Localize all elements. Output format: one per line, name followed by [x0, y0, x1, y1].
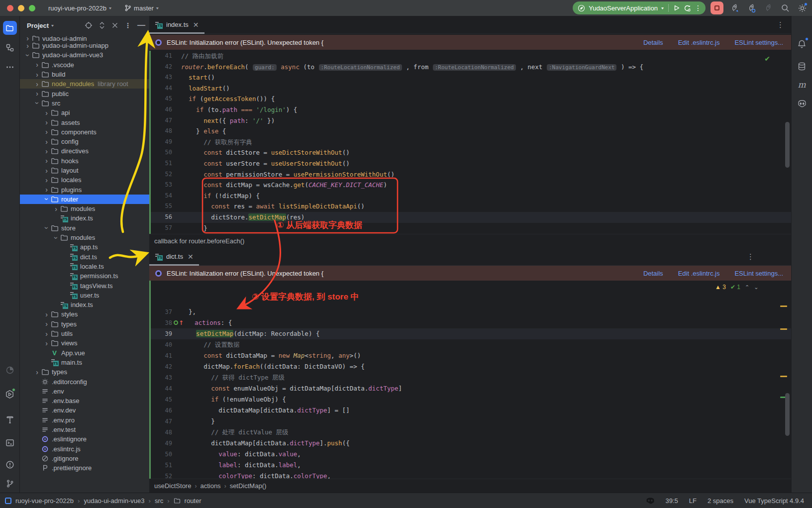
- banner-eslint-settings-link[interactable]: ESLint settings...: [734, 270, 783, 277]
- chevron-open-icon[interactable]: ›: [34, 100, 41, 107]
- tree-item-.env[interactable]: .env: [20, 387, 149, 396]
- inspections-ok-icon[interactable]: ✔: [764, 55, 770, 63]
- chevron-closed-icon[interactable]: ›: [24, 42, 31, 49]
- tree-item-.gitignore[interactable]: .gitignore: [20, 454, 149, 463]
- code-editor-index-ts[interactable]: 41// 路由加载前42router.beforeEach( guard: as…: [149, 51, 791, 234]
- nav-module[interactable]: yudao-ui-admin-vue3: [84, 497, 144, 505]
- tree-item-yudao-ui-admin[interactable]: ›yudao-ui-admin: [20, 36, 149, 41]
- copilot-status-icon[interactable]: [646, 497, 655, 504]
- chevron-closed-icon[interactable]: ›: [43, 167, 50, 174]
- chevron-open-icon[interactable]: ›: [43, 224, 50, 232]
- tree-item-types[interactable]: ›types: [20, 367, 149, 377]
- tree-item-.env.dev[interactable]: .env.dev: [20, 406, 149, 415]
- code-line-52[interactable]: 52 colorType: dictData.colorType,: [149, 471, 791, 479]
- branch-widget[interactable]: master ▾: [124, 4, 159, 12]
- banner-details-link[interactable]: Details: [643, 270, 663, 277]
- locate-icon[interactable]: [85, 21, 93, 29]
- tree-item-store[interactable]: ›store: [20, 223, 149, 233]
- tree-item-locales[interactable]: ›locales: [20, 175, 149, 185]
- profiler-attach-icon[interactable]: [745, 2, 757, 14]
- tree-item-styles[interactable]: ›styles: [20, 309, 149, 319]
- chevron-closed-icon[interactable]: ›: [33, 61, 41, 68]
- code-line-51[interactable]: 51 const userStore = useUserStoreWithOut…: [149, 158, 791, 169]
- problems-tool-button[interactable]: [3, 458, 17, 472]
- caret-position[interactable]: 39:5: [666, 497, 678, 505]
- tree-item-node_modules[interactable]: ›node_moduleslibrary root: [20, 79, 149, 89]
- settings-gear-icon[interactable]: [796, 2, 808, 14]
- chevron-closed-icon[interactable]: ›: [24, 36, 31, 41]
- chevron-closed-icon[interactable]: ›: [33, 71, 41, 78]
- banner-edit-eslintrc-link[interactable]: Edit .eslintrc.js: [678, 270, 720, 277]
- code-line-53[interactable]: 53 const dictMap = wsCache.get(CACHE_KEY…: [149, 180, 791, 191]
- banner-edit-eslintrc-link[interactable]: Edit .eslintrc.js: [678, 39, 720, 46]
- database-tool-button[interactable]: [795, 59, 809, 73]
- rerun-button[interactable]: [684, 4, 691, 12]
- code-line-47[interactable]: 47 }: [149, 416, 791, 427]
- chevron-closed-icon[interactable]: ›: [43, 320, 50, 327]
- search-icon[interactable]: [779, 2, 791, 14]
- code-line-41[interactable]: 41 const dictDataMap = new Map<string, a…: [149, 350, 791, 361]
- warning-stripe-mark[interactable]: [780, 328, 787, 330]
- tree-item-tagsView.ts[interactable]: TStagsView.ts: [20, 281, 149, 290]
- tree-item-public[interactable]: ›public: [20, 89, 149, 98]
- code-line-46[interactable]: 46 if (to.path === '/login') {: [149, 104, 791, 115]
- tree-item-.env.test[interactable]: .env.test: [20, 425, 149, 434]
- chevron-closed-icon[interactable]: ›: [43, 119, 50, 126]
- warning-stripe-mark[interactable]: [780, 305, 787, 307]
- store-gutter-icon[interactable]: [174, 320, 178, 325]
- tree-item-api[interactable]: ›api: [20, 108, 149, 117]
- nav-src[interactable]: src: [155, 497, 163, 505]
- more-run-actions-button[interactable]: ⋮: [695, 4, 702, 12]
- chevron-open-icon[interactable]: ›: [43, 196, 50, 203]
- build-tool-button[interactable]: [3, 413, 17, 427]
- tree-item-yudao-ui-admin-vue3[interactable]: ›yudao-ui-admin-vue3: [20, 50, 149, 60]
- tab-index-ts[interactable]: TS index.ts ✕: [149, 16, 204, 34]
- more-icon[interactable]: ⋮: [124, 21, 131, 29]
- chevron-closed-icon[interactable]: ›: [33, 90, 41, 97]
- tree-item-.env.base[interactable]: .env.base: [20, 396, 149, 406]
- up-arrow-gutter-icon[interactable]: ↑: [179, 317, 184, 328]
- tree-item-.env.pro[interactable]: .env.pro: [20, 415, 149, 425]
- chevron-closed-icon[interactable]: ›: [33, 369, 41, 376]
- tree-item-src[interactable]: ›src: [20, 99, 149, 108]
- code-line-43[interactable]: 43 // 获得 dictType 层级: [149, 372, 791, 383]
- window-close-button[interactable]: [7, 5, 13, 11]
- code-line-55[interactable]: 55 const res = await listSimpleDictDataA…: [149, 201, 791, 212]
- close-icon[interactable]: ✕: [193, 21, 199, 29]
- tree-item-components[interactable]: ›components: [20, 127, 149, 137]
- tree-item-main.ts[interactable]: TSmain.ts: [20, 358, 149, 367]
- code-line-54[interactable]: 54 if (!dictMap) {: [149, 191, 791, 202]
- chevron-closed-icon[interactable]: ›: [33, 81, 41, 88]
- hide-panel-icon[interactable]: —: [137, 21, 145, 30]
- code-line-40[interactable]: 40 // 设置数据: [149, 339, 791, 350]
- tree-item-utils[interactable]: ›utils: [20, 329, 149, 338]
- collapse-all-icon[interactable]: [111, 22, 118, 29]
- code-line-45[interactable]: 45 if (getAccessToken()) {: [149, 94, 791, 104]
- breadcrumb-setdictmap[interactable]: setDictMap(): [230, 482, 267, 490]
- nav-project[interactable]: ruoyi-vue-pro-2022b: [15, 497, 74, 505]
- chevron-open-icon[interactable]: ›: [24, 51, 31, 59]
- banner-details-link[interactable]: Details: [643, 39, 663, 46]
- indent-setting[interactable]: 2 spaces: [708, 497, 733, 505]
- tree-item-build[interactable]: ›build: [20, 70, 149, 79]
- chevron-closed-icon[interactable]: ›: [43, 311, 50, 318]
- tree-item-.eslintrc.js[interactable]: .eslintrc.js: [20, 444, 149, 453]
- tree-item-modules[interactable]: ›modules: [20, 204, 149, 213]
- code-line-39[interactable]: 39 setDictMap(dictMap: Recordable) {: [149, 328, 791, 339]
- tree-item-directives[interactable]: ›directives: [20, 146, 149, 156]
- code-line-46[interactable]: 46 dictDataMap[dictData.dictType] = []: [149, 405, 791, 416]
- code-line-45[interactable]: 45 if (!enumValueObj) {: [149, 394, 791, 405]
- chevron-closed-icon[interactable]: ›: [43, 330, 50, 337]
- line-ending[interactable]: LF: [689, 497, 697, 505]
- stop-button[interactable]: [710, 1, 723, 14]
- notifications-bell-icon[interactable]: [795, 37, 809, 51]
- profiler-run-icon[interactable]: [728, 2, 740, 14]
- banner-eslint-settings-link[interactable]: ESLint settings...: [734, 39, 783, 46]
- tree-item-router[interactable]: ›router: [20, 195, 149, 204]
- code-line-56[interactable]: 56 dictStore.setDictMap(res): [149, 212, 791, 223]
- code-line-48[interactable]: 48 // 处理 dictValue 层级: [149, 427, 791, 438]
- code-line-49[interactable]: 49 dictDataMap[dictData.dictType].push({: [149, 438, 791, 449]
- code-line-48[interactable]: 48 } else {: [149, 126, 791, 137]
- more-icon[interactable]: ⋮: [777, 20, 784, 29]
- more-icon[interactable]: ⋮: [747, 252, 754, 261]
